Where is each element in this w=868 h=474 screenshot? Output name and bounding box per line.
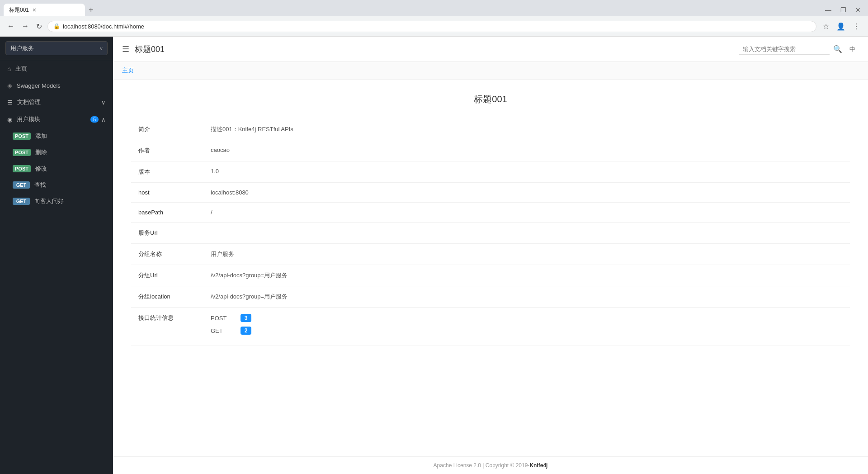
- back-btn[interactable]: ←: [5, 20, 16, 32]
- more-btn[interactable]: ⋮: [850, 20, 863, 33]
- stats-key: 接口统计信息: [131, 308, 203, 346]
- info-value: /v2/api-docs?group=用户服务: [203, 286, 850, 308]
- user-section-right: 5 ∧: [90, 116, 106, 123]
- active-tab[interactable]: 标题001 ×: [4, 4, 85, 16]
- api-item-delete[interactable]: POST 删除: [0, 144, 113, 161]
- info-key: 分组Url: [131, 265, 203, 286]
- method-get-badge: GET: [13, 181, 30, 189]
- api-item-edit[interactable]: POST 修改: [0, 161, 113, 177]
- info-value: caocao: [203, 140, 850, 161]
- user-section-left: ◉ 用户模块: [7, 115, 40, 123]
- service-select-wrapper: 用户服务: [5, 41, 108, 55]
- window-controls: — ❐ ✕: [821, 5, 864, 15]
- top-bar: ☰ 标题001 🔍 中: [113, 37, 868, 62]
- doc-section-icon: ☰: [7, 99, 13, 106]
- api-label-find: 查找: [34, 181, 46, 189]
- info-row: 分组名称用户服务: [131, 244, 850, 265]
- toolbar-right: ☆ 👤 ⋮: [820, 20, 863, 33]
- api-label-delete: 删除: [35, 148, 47, 156]
- app: 用户服务 ⌂ 主页 ◈ Swagger Models ☰ 文档管理 ∨ ◉ 用户…: [0, 37, 868, 474]
- footer: Apache License 2.0 | Copyright © 2019-Kn…: [113, 456, 868, 474]
- lock-icon: 🔒: [53, 23, 60, 29]
- forward-btn[interactable]: →: [20, 20, 31, 32]
- tab-title: 标题001: [9, 6, 29, 14]
- api-label-edit: 修改: [35, 165, 47, 173]
- info-value: 描述001：Knife4j RESTful APIs: [203, 119, 850, 140]
- info-key: 版本: [131, 161, 203, 183]
- lang-btn[interactable]: 中: [846, 43, 859, 55]
- sidebar-home-label: 主页: [15, 65, 27, 73]
- info-row: 分组location/v2/api-docs?group=用户服务: [131, 286, 850, 308]
- info-key: 分组location: [131, 286, 203, 308]
- api-item-greet[interactable]: GET 向客人问好: [0, 193, 113, 209]
- user-section-icon: ◉: [7, 116, 12, 123]
- url-bar[interactable]: 🔒 localhost:8080/doc.html#/home: [47, 21, 816, 32]
- footer-text: Apache License 2.0 | Copyright © 2019-Kn…: [434, 462, 548, 469]
- api-item-find[interactable]: GET 查找: [0, 177, 113, 193]
- stats-value: POST3GET2: [203, 308, 850, 346]
- stat-item: POST3: [211, 314, 843, 322]
- method-post-badge-3: POST: [13, 165, 31, 172]
- bookmark-btn[interactable]: ☆: [820, 20, 832, 33]
- win-close-btn[interactable]: ✕: [852, 5, 864, 15]
- doc-section-label: 文档管理: [17, 98, 41, 106]
- breadcrumb-home[interactable]: 主页: [122, 67, 134, 74]
- profile-btn[interactable]: 👤: [834, 20, 848, 33]
- info-value: /: [203, 203, 850, 223]
- info-row: 分组Url/v2/api-docs?group=用户服务: [131, 265, 850, 286]
- info-value: localhost:8080: [203, 183, 850, 203]
- home-icon: ⌂: [7, 65, 11, 72]
- api-item-add[interactable]: POST 添加: [0, 128, 113, 144]
- sidebar-swagger-label: Swagger Models: [17, 82, 61, 89]
- info-key: 分组名称: [131, 244, 203, 265]
- info-row: basePath/: [131, 203, 850, 223]
- page-title: 标题001: [135, 44, 739, 55]
- stat-count: 2: [241, 327, 251, 335]
- method-post-badge: POST: [13, 133, 31, 140]
- doc-section-arrow: ∨: [101, 99, 106, 106]
- api-label-add: 添加: [35, 132, 47, 140]
- menu-icon[interactable]: ☰: [122, 44, 129, 54]
- doc-section-left: ☰ 文档管理: [7, 98, 41, 106]
- new-tab-btn[interactable]: +: [85, 5, 97, 15]
- stat-method: POST: [211, 315, 233, 322]
- user-section-badge: 5: [90, 116, 99, 123]
- sidebar-doc-section[interactable]: ☰ 文档管理 ∨: [0, 94, 113, 111]
- tab-close-btn[interactable]: ×: [33, 6, 36, 14]
- info-value: 1.0: [203, 161, 850, 183]
- sidebar-item-swagger[interactable]: ◈ Swagger Models: [0, 77, 113, 94]
- info-row: hostlocalhost:8080: [131, 183, 850, 203]
- reload-btn[interactable]: ↻: [34, 20, 44, 33]
- search-box: 🔍 中: [739, 43, 859, 55]
- main-area: ☰ 标题001 🔍 中 主页 标题001 简介描述001：Knife4j RES…: [113, 37, 868, 474]
- stat-item: GET2: [211, 327, 843, 335]
- swagger-icon: ◈: [7, 82, 12, 89]
- method-get-badge-2: GET: [13, 198, 30, 205]
- info-value: [203, 223, 850, 244]
- search-btn[interactable]: 🔍: [833, 45, 842, 53]
- sidebar-item-home[interactable]: ⌂ 主页: [0, 60, 113, 77]
- content-title: 标题001: [131, 93, 850, 105]
- footer-brand: Knife4j: [529, 462, 547, 469]
- breadcrumb-bar: 主页: [113, 62, 868, 80]
- stat-method: GET: [211, 327, 233, 334]
- info-key: 作者: [131, 140, 203, 161]
- search-input[interactable]: [739, 44, 830, 55]
- service-select[interactable]: 用户服务: [5, 41, 108, 55]
- browser-chrome: 标题001 × + — ❐ ✕ ← → ↻ 🔒 localhost:8080/d…: [0, 0, 868, 37]
- info-row: 作者caocao: [131, 140, 850, 161]
- info-key: 服务Url: [131, 223, 203, 244]
- sidebar-header: 用户服务: [0, 37, 113, 60]
- win-maximize-btn[interactable]: ❐: [837, 5, 850, 15]
- url-text: localhost:8080/doc.html#/home: [63, 23, 811, 30]
- win-minimize-btn[interactable]: —: [821, 5, 835, 15]
- info-row: 版本1.0: [131, 161, 850, 183]
- stat-count: 3: [241, 314, 251, 322]
- sidebar-user-section[interactable]: ◉ 用户模块 5 ∧: [0, 111, 113, 128]
- stats-row: 接口统计信息POST3GET2: [131, 308, 850, 346]
- tab-bar: 标题001 × + — ❐ ✕: [0, 0, 868, 16]
- info-row: 服务Url: [131, 223, 850, 244]
- api-label-greet: 向客人问好: [34, 197, 64, 205]
- sidebar: 用户服务 ⌂ 主页 ◈ Swagger Models ☰ 文档管理 ∨ ◉ 用户…: [0, 37, 113, 474]
- info-value: 用户服务: [203, 244, 850, 265]
